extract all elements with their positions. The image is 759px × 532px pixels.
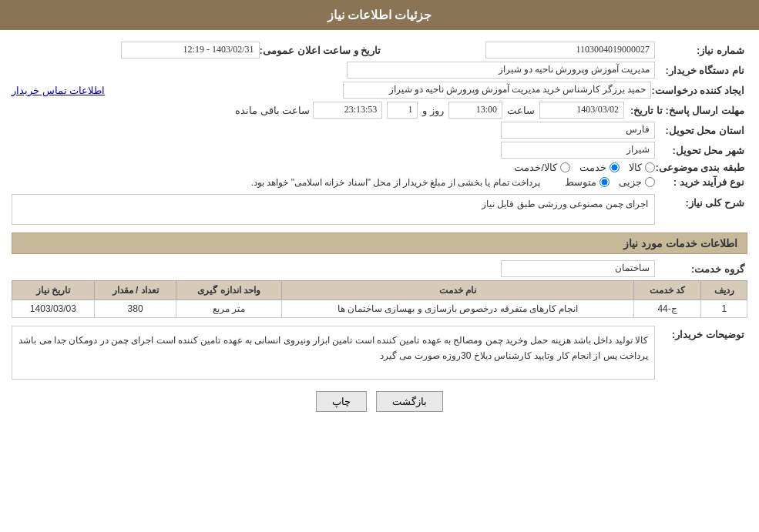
tabaqe-radio-group: كالا خدمت كالا/خدمت xyxy=(12,162,655,173)
tarikh-saat-value: 1403/02/31 - 12:19 xyxy=(12,42,260,59)
sharh-value-container: اجراى چمن مصنوعى ورزشى طبق فايل نياز xyxy=(12,194,655,225)
cell-radif: 1 xyxy=(701,300,747,318)
mohlat-remaining-field: 23:13:53 xyxy=(313,102,382,119)
nooe-jozi-label: جزيی xyxy=(619,176,642,188)
row-grooh: گروه خدمت: ساختمان xyxy=(12,260,747,277)
shomare-niaz-label: شماره نياز: xyxy=(655,45,747,56)
tarikh-saat-label: تاريخ و ساعت اعلان عمومی: xyxy=(260,45,385,56)
page-title: جزئيات اطلاعات نياز xyxy=(327,8,432,22)
ijad-label: ايجاد كننده درخواست: xyxy=(651,85,747,96)
mohlat-date-field: 1403/03/02 xyxy=(539,102,624,119)
cell-tedad: 380 xyxy=(94,300,176,318)
buttons-row: بازگشت چاپ xyxy=(12,391,747,412)
description-label: توضيحات خريدار: xyxy=(655,326,747,340)
row-nooe: نوع فرآيند خريد : جزيی متوسط پرداخت تمام… xyxy=(12,176,747,188)
row-tabaqe: طبقه بندی موضوعی: كالا خدمت كالا/خدمت xyxy=(12,162,747,173)
table-row: 1 ج-44 انجام كارهای متفرقه درخصوص بازساز… xyxy=(12,300,747,318)
nooe-motavasset-radio[interactable] xyxy=(599,177,610,187)
ijad-field: حميد برزگر كارشناس خريد مديريت آموزش وپر… xyxy=(343,82,651,99)
row-ijad: ايجاد كننده درخواست: حميد برزگر كارشناس … xyxy=(12,82,747,99)
row-description: توضيحات خريدار: كالا توليد داخل باشد هزي… xyxy=(12,326,747,380)
khadamat-table: رديف كد خدمت نام خدمت واحد اندازه گيری ت… xyxy=(12,280,747,318)
ijad-value: حميد برزگر كارشناس خريد مديريت آموزش وپر… xyxy=(113,82,651,99)
ostan-label: استان محل تحويل: xyxy=(655,125,747,136)
shahr-field: شيراز xyxy=(501,142,655,159)
shahr-label: شهر محل تحويل: xyxy=(655,145,747,156)
mohlat-rooz-field: 1 xyxy=(387,102,418,119)
mohlat-saat-field: 13:00 xyxy=(448,102,502,119)
tabaqe-kala-khedmat[interactable]: كالا/خدمت xyxy=(514,162,570,173)
tabaqe-khedmat-label: خدمت xyxy=(579,162,606,173)
shahr-value: شيراز xyxy=(12,142,655,159)
col-kod: كد خدمت xyxy=(633,281,701,300)
page-wrapper: جزئيات اطلاعات نياز شماره نياز: 11030040… xyxy=(0,0,759,532)
row-shomare-tarikh: شماره نياز: 1103004019000027 تاريخ و ساع… xyxy=(12,42,747,59)
nooe-jozi-radio[interactable] xyxy=(645,177,655,187)
col-nam: نام خدمت xyxy=(282,281,634,300)
col-vahed: واحد اندازه گيری xyxy=(176,281,282,300)
nam-dastgah-field: مديريت آموزش وپرورش ناحيه دو شيراز xyxy=(347,62,655,79)
sharh-label: شرح كلی نياز: xyxy=(655,194,747,209)
shomare-niaz-value: 1103004019000027 xyxy=(407,42,655,59)
grooh-label: گروه خدمت: xyxy=(655,263,747,275)
row-sharh: شرح كلی نياز: اجراى چمن مصنوعى ورزشى طبق… xyxy=(12,194,747,225)
grooh-value: ساختمان xyxy=(12,260,655,277)
tabaqe-both-radio[interactable] xyxy=(560,162,570,172)
shomare-niaz-field: 1103004019000027 xyxy=(485,42,655,59)
cell-tarikh: 1403/03/03 xyxy=(12,300,95,318)
nooe-radio-group: جزيی متوسط پرداخت تمام يا بخشی از مبلغ خ… xyxy=(12,176,655,188)
contact-link[interactable]: اطلاعات تماس خريدار xyxy=(12,85,105,96)
row-nam-dastgah: نام دستگاه خريدار: مديريت آموزش وپرورش ن… xyxy=(12,62,747,79)
main-content: شماره نياز: 1103004019000027 تاريخ و ساع… xyxy=(0,30,759,423)
khadamat-section-header: اطلاعات خدمات مورد نياز xyxy=(12,233,747,254)
nam-dastgah-label: نام دستگاه خريدار: xyxy=(655,65,747,76)
remaining-label: ساعت باقی مانده xyxy=(235,105,310,116)
ostan-field: فارس xyxy=(501,122,655,139)
print-button[interactable]: چاپ xyxy=(316,391,367,412)
tabaqe-khedmat[interactable]: خدمت xyxy=(579,162,620,173)
cell-nam: انجام كارهای متفرقه درخصوص بازسازی و بهس… xyxy=(282,300,634,318)
tarikh-saat-field: 1403/02/31 - 12:19 xyxy=(121,42,260,59)
nam-dastgah-value: مديريت آموزش وپرورش ناحيه دو شيراز xyxy=(12,62,655,79)
cell-kod: ج-44 xyxy=(633,300,701,318)
saat-label: ساعت xyxy=(507,105,535,116)
col-tedad: تعداد / مقدار xyxy=(94,281,176,300)
tabaqe-kala-label: كالا xyxy=(629,162,642,173)
row-ostan: استان محل تحويل: فارس xyxy=(12,122,747,139)
col-tarikh: تاريخ نياز xyxy=(12,281,95,300)
rooz-label: روز و xyxy=(422,105,444,116)
nooe-jozi[interactable]: جزيی xyxy=(619,176,655,188)
col-radif: رديف xyxy=(701,281,747,300)
tabaqe-kala[interactable]: كالا xyxy=(629,162,655,173)
nooe-motavasset[interactable]: متوسط xyxy=(565,176,610,188)
nooe-motavasset-label: متوسط xyxy=(565,176,596,188)
row-mohlat: مهلت ارسال پاسخ: تا تاريخ: 1403/03/02 سا… xyxy=(12,102,747,119)
row-shahr: شهر محل تحويل: شيراز xyxy=(12,142,747,159)
tabaqe-label: طبقه بندی موضوعی: xyxy=(655,162,747,173)
page-header: جزئيات اطلاعات نياز xyxy=(0,0,759,30)
table-header-row: رديف كد خدمت نام خدمت واحد اندازه گيری ت… xyxy=(12,281,747,300)
mohlat-label: مهلت ارسال پاسخ: تا تاريخ: xyxy=(624,105,747,116)
description-value-container: كالا توليد داخل باشد هزينه حمل وخريد چمن… xyxy=(12,326,655,380)
tabaqe-kala-radio[interactable] xyxy=(645,162,655,172)
nooe-note: پرداخت تمام يا بخشی از مبلغ خريدار از مح… xyxy=(251,177,540,188)
sharh-niaz-box: اجراى چمن مصنوعى ورزشى طبق فايل نياز xyxy=(12,194,655,225)
ostan-value: فارس xyxy=(12,122,655,139)
description-box: كالا توليد داخل باشد هزينه حمل وخريد چمن… xyxy=(12,326,655,380)
nooe-label: نوع فرآيند خريد : xyxy=(655,176,747,188)
back-button[interactable]: بازگشت xyxy=(376,391,443,412)
grooh-field: ساختمان xyxy=(501,260,655,277)
cell-vahed: متر مربع xyxy=(176,300,282,318)
tabaqe-both-label: كالا/خدمت xyxy=(514,162,557,173)
tabaqe-khedmat-radio[interactable] xyxy=(610,162,620,172)
